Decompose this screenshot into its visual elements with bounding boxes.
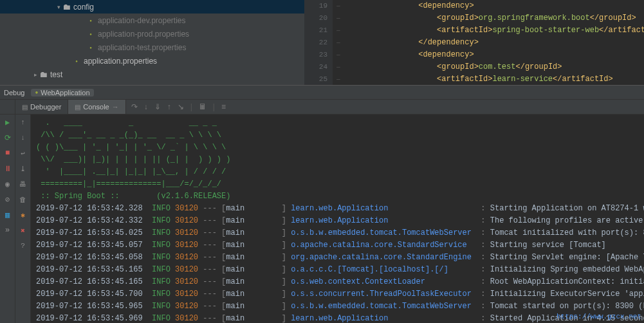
separator: | (213, 102, 215, 111)
rerun-icon[interactable]: ▶ (3, 117, 13, 127)
step-into-icon[interactable]: ↓ (144, 102, 148, 111)
code-lines: <dependency> <groupId>org.springframewor… (344, 0, 644, 85)
force-step-into-icon[interactable]: ⇓ (154, 102, 161, 111)
tree-label: test (50, 70, 62, 79)
resume-icon[interactable]: ⟳ (3, 133, 13, 143)
settings-icon[interactable]: ≡ (221, 102, 226, 111)
step-over-icon[interactable]: ↷ (131, 102, 138, 111)
tab-debugger[interactable]: Debugger (15, 100, 68, 114)
chevron-down-icon: ▾ (55, 4, 62, 10)
stop-icon[interactable]: ■ (3, 148, 13, 158)
scroll-end-icon[interactable]: ⤓ (18, 163, 28, 174)
gutter-marks: ——————— (333, 0, 344, 85)
run-config-pill[interactable]: WebApplication (31, 89, 93, 97)
tree-label: application.properties (84, 57, 157, 66)
clear-icon[interactable]: 🗑 (18, 194, 28, 205)
console-rail: ↑ ↓ ↩ ⤓ 🖶 🗑 ✱ ✖ ? (15, 115, 31, 323)
tree-folder-config[interactable]: ▾ config (0, 0, 304, 14)
folder-icon (39, 70, 48, 79)
tree-label: config (73, 3, 94, 12)
breakpoints-icon[interactable]: ◉ (3, 179, 13, 189)
debug-label[interactable]: Debug (0, 89, 28, 97)
properties-icon (86, 30, 95, 39)
print-icon[interactable]: 🖶 (18, 179, 28, 189)
close-icon[interactable]: ✖ (18, 225, 28, 235)
code-editor[interactable]: 19202122232425 ——————— <dependency> <gro… (304, 0, 644, 85)
tree-file[interactable]: application-test.properties (0, 41, 304, 54)
filter-icon[interactable]: ✱ (18, 210, 28, 220)
debug-left-rail: ▶ ⟳ ■ ⏸ ◉ ⊘ ▦ » (0, 115, 15, 323)
debug-tab-bar: Debugger Console → ↷ ↓ ⇓ ↑ ↘ | 🖩 | ≡ (0, 99, 644, 115)
up-icon[interactable]: ↑ (18, 117, 28, 127)
line-number-gutter: 19202122232425 (304, 0, 333, 85)
folder-icon (62, 3, 71, 12)
tree-file[interactable]: application-prod.properties (0, 27, 304, 41)
project-tree[interactable]: ▾ config application-dev.propertiesappli… (0, 0, 304, 85)
separator: | (190, 102, 192, 111)
properties-icon (72, 57, 81, 66)
pause-icon[interactable]: ⏸ (3, 163, 13, 174)
down-icon[interactable]: ↓ (18, 133, 28, 143)
run-to-cursor-icon[interactable]: ↘ (178, 102, 184, 111)
tree-label: application-prod.properties (98, 30, 189, 39)
tree-folder-test[interactable]: ▸ test (0, 68, 304, 81)
debug-toolbar: ↷ ↓ ⇓ ↑ ↘ | 🖩 | ≡ (126, 100, 226, 114)
run-config-name: WebApplication (41, 89, 89, 97)
evaluate-icon[interactable]: 🖩 (199, 102, 207, 111)
layout-icon[interactable]: ▦ (3, 210, 13, 220)
tab-label: Debugger (30, 103, 61, 111)
more-icon[interactable]: » (3, 225, 13, 235)
mute-bp-icon[interactable]: ⊘ (3, 194, 13, 205)
properties-icon (86, 16, 95, 25)
tree-label: application-dev.properties (98, 16, 186, 25)
tab-gutter-spacer (0, 100, 15, 114)
tab-label: Console (83, 103, 109, 111)
console-output[interactable]: . ____ _ __ _ _ /\\ / ___'_ __ _ _(_)_ _… (31, 115, 644, 323)
soft-wrap-icon[interactable]: ↩ (18, 148, 28, 158)
help-icon[interactable]: ? (18, 241, 28, 251)
watermark-url: https://www.gzcx.net (557, 313, 641, 320)
pin-icon: → (112, 103, 119, 111)
tree-file-application-properties[interactable]: application.properties (0, 54, 304, 68)
tree-label: application-test.properties (98, 43, 186, 52)
step-out-icon[interactable]: ↑ (167, 102, 171, 111)
tab-console[interactable]: Console → (68, 100, 125, 114)
tree-file[interactable]: application-dev.properties (0, 14, 304, 27)
chevron-right-icon: ▸ (32, 71, 39, 78)
properties-icon (86, 43, 95, 52)
debug-bar: Debug WebApplication (0, 85, 644, 99)
